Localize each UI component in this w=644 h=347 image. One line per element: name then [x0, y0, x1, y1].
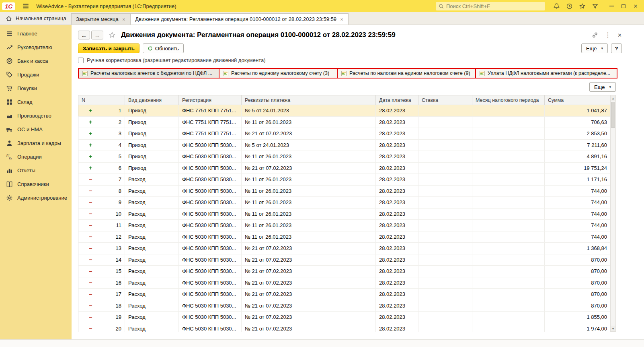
- sidebar-item-admin[interactable]: Администрирование: [0, 191, 72, 204]
- cell-registration[interactable]: ФНС 7751 КПП 7751...: [179, 105, 242, 117]
- cell-sum[interactable]: 744,00: [545, 220, 611, 231]
- column-header[interactable]: Регистрация: [179, 95, 242, 105]
- cell-payment-date[interactable]: 28.02.2023: [376, 289, 418, 300]
- cell-movement-type[interactable]: Расход: [125, 174, 179, 186]
- cell-payment-date[interactable]: 28.02.2023: [376, 128, 418, 140]
- sidebar-item-bank[interactable]: Банк и касса: [0, 54, 72, 68]
- cell-n[interactable]: +4: [78, 139, 125, 151]
- cell-sum[interactable]: 1 171,16: [545, 174, 611, 186]
- table-row[interactable]: +5ПриходФНС 5030 КПП 5030...№ 11 от 26.0…: [78, 151, 611, 163]
- sidebar-item-operations[interactable]: ДтКтОперации: [0, 150, 72, 163]
- register-tab-4[interactable]: Уплата НДФЛ налоговыми агентами (к распр…: [475, 68, 617, 78]
- cell-payment-date[interactable]: 28.02.2023: [376, 105, 418, 117]
- cell-tax-period-month[interactable]: [472, 243, 545, 254]
- column-header[interactable]: Реквизиты платежа: [242, 95, 376, 105]
- cell-movement-type[interactable]: Расход: [125, 312, 179, 323]
- cell-rate[interactable]: [418, 105, 472, 117]
- cell-tax-period-month[interactable]: [472, 128, 545, 140]
- cell-registration[interactable]: ФНС 5030 КПП 5030...: [179, 197, 242, 209]
- cell-registration[interactable]: ФНС 5030 КПП 5030...: [179, 185, 242, 197]
- cell-n[interactable]: −13: [78, 243, 125, 254]
- sidebar-item-sales[interactable]: Продажи: [0, 68, 72, 81]
- scroll-down-icon[interactable]: [611, 326, 615, 331]
- column-header[interactable]: Дата платежа: [376, 95, 418, 105]
- cell-sum[interactable]: 1 855,00: [545, 312, 611, 323]
- cell-registration[interactable]: ФНС 7751 КПП 7751...: [179, 116, 242, 128]
- cell-movement-type[interactable]: Расход: [125, 266, 179, 277]
- cell-payment-details[interactable]: № 11 от 26.01.2023: [242, 197, 376, 209]
- cell-rate[interactable]: [418, 116, 472, 128]
- tab-document-movements[interactable]: Движения документа: Регламентная операци…: [130, 13, 348, 25]
- cell-payment-date[interactable]: 28.02.2023: [376, 220, 418, 231]
- cell-sum[interactable]: 870,00: [545, 300, 611, 312]
- cell-tax-period-month[interactable]: [472, 208, 545, 220]
- cell-n[interactable]: +2: [78, 116, 125, 128]
- cell-movement-type[interactable]: Расход: [125, 185, 179, 197]
- cell-payment-date[interactable]: 28.02.2023: [376, 243, 418, 254]
- cell-rate[interactable]: [418, 312, 472, 323]
- cell-n[interactable]: −19: [78, 312, 125, 323]
- register-tab-2[interactable]: Расчеты по единому налоговому счету (3): [219, 68, 338, 78]
- cell-rate[interactable]: [418, 128, 472, 140]
- cell-tax-period-month[interactable]: [472, 254, 545, 266]
- back-button[interactable]: [78, 31, 90, 39]
- cell-movement-type[interactable]: Расход: [125, 323, 179, 332]
- cell-payment-date[interactable]: 28.02.2023: [376, 151, 418, 163]
- cell-sum[interactable]: 7 211,60: [545, 139, 611, 151]
- cell-tax-period-month[interactable]: [472, 220, 545, 231]
- cell-movement-type[interactable]: Приход: [125, 128, 179, 140]
- cell-movement-type[interactable]: Расход: [125, 243, 179, 254]
- cell-tax-period-month[interactable]: [472, 300, 545, 312]
- cell-n[interactable]: −16: [78, 277, 125, 289]
- cell-n[interactable]: −8: [78, 185, 125, 197]
- table-row[interactable]: +4ПриходФНС 5030 КПП 5030...№ 5 от 24.01…: [78, 139, 611, 151]
- maximize-button[interactable]: [617, 1, 630, 11]
- minimize-button[interactable]: [605, 1, 617, 11]
- cell-sum[interactable]: 870,00: [545, 266, 611, 277]
- cell-sum[interactable]: 4 891,16: [545, 151, 611, 163]
- cell-rate[interactable]: [418, 254, 472, 266]
- cell-registration[interactable]: ФНС 7751 КПП 7751...: [179, 128, 242, 140]
- cell-sum[interactable]: 870,00: [545, 277, 611, 289]
- cell-payment-details[interactable]: № 21 от 07.02.2023: [242, 323, 376, 332]
- cell-movement-type[interactable]: Приход: [125, 116, 179, 128]
- cell-payment-date[interactable]: 28.02.2023: [376, 116, 418, 128]
- favorites-star-icon[interactable]: [576, 1, 589, 11]
- close-tab-icon[interactable]: [340, 16, 343, 22]
- table-row[interactable]: −19РасходФНС 5030 КПП 5030...№ 21 от 07.…: [78, 312, 611, 323]
- cell-movement-type[interactable]: Приход: [125, 162, 179, 174]
- table-row[interactable]: −11РасходФНС 5030 КПП 5030...№ 11 от 26.…: [78, 220, 611, 231]
- register-tab-1[interactable]: Расчеты налоговых агентов с бюджетом по …: [78, 68, 219, 78]
- table-row[interactable]: +3ПриходФНС 7751 КПП 7751...№ 21 от 07.0…: [78, 128, 611, 140]
- table-row[interactable]: +6ПриходФНС 5030 КПП 5030...№ 21 от 07.0…: [78, 162, 611, 174]
- cell-tax-period-month[interactable]: [472, 139, 545, 151]
- cell-payment-details[interactable]: № 11 от 26.01.2023: [242, 174, 376, 186]
- sidebar-item-production[interactable]: Производство: [0, 109, 72, 122]
- cell-payment-details[interactable]: № 5 от 24.01.2023: [242, 139, 376, 151]
- cell-movement-type[interactable]: Расход: [125, 289, 179, 300]
- vertical-scrollbar[interactable]: [610, 95, 616, 332]
- get-link-icon[interactable]: [592, 32, 598, 38]
- cell-rate[interactable]: [418, 243, 472, 254]
- cell-payment-details[interactable]: № 21 от 07.02.2023: [242, 254, 376, 266]
- table-row[interactable]: −9РасходФНС 5030 КПП 5030...№ 11 от 26.0…: [78, 197, 611, 209]
- cell-sum[interactable]: 744,00: [545, 185, 611, 197]
- cell-n[interactable]: −17: [78, 289, 125, 300]
- table-row[interactable]: −7РасходФНС 5030 КПП 5030...№ 11 от 26.0…: [78, 174, 611, 186]
- cell-n[interactable]: −10: [78, 208, 125, 220]
- cell-registration[interactable]: ФНС 5030 КПП 5030...: [179, 162, 242, 174]
- cell-movement-type[interactable]: Расход: [125, 220, 179, 231]
- cell-registration[interactable]: ФНС 5030 КПП 5030...: [179, 266, 242, 277]
- table-row[interactable]: −18РасходФНС 5030 КПП 5030...№ 21 от 07.…: [78, 300, 611, 312]
- cell-tax-period-month[interactable]: [472, 277, 545, 289]
- column-header[interactable]: Месяц налогового периода: [472, 95, 545, 105]
- sidebar-item-purchases[interactable]: Покупки: [0, 81, 72, 95]
- cell-n[interactable]: −9: [78, 197, 125, 209]
- cell-rate[interactable]: [418, 151, 472, 163]
- cell-n[interactable]: −15: [78, 266, 125, 277]
- cell-tax-period-month[interactable]: [472, 231, 545, 243]
- cell-payment-details[interactable]: № 5 от 24.01.2023: [242, 105, 376, 117]
- cell-payment-date[interactable]: 28.02.2023: [376, 231, 418, 243]
- cell-registration[interactable]: ФНС 5030 КПП 5030...: [179, 254, 242, 266]
- cell-tax-period-month[interactable]: [472, 323, 545, 332]
